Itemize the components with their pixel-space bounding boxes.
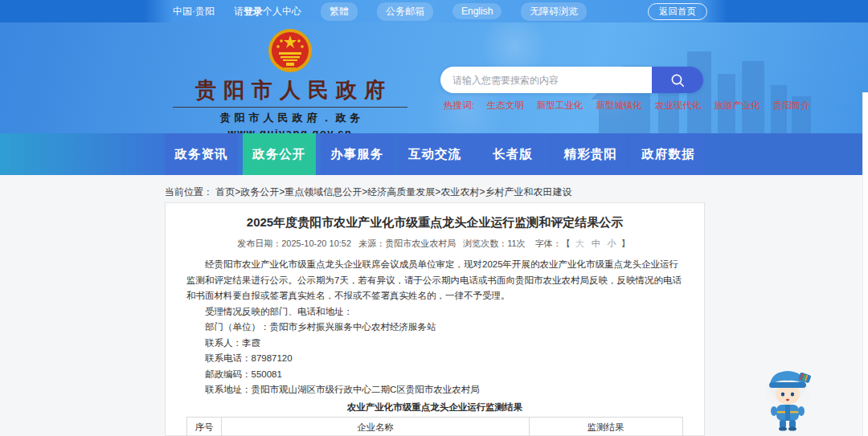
breadcrumb-label: 当前位置：	[165, 186, 213, 198]
paragraph: 部门（单位）：贵阳市乡村振兴服务中心农村经济服务站	[186, 320, 683, 336]
search-bar	[440, 67, 703, 93]
mascot-character[interactable]	[759, 364, 817, 433]
monitoring-result-table: 序号 企业名称 监测结果 1 贵州合力超市采购有限公司 合格 2 贵州友禾种业有…	[186, 417, 683, 436]
accessibility-link[interactable]: 无障碍浏览	[521, 2, 587, 21]
main-navigation: 政务资讯 政务公开 办事服务 互动交流 长者版 精彩贵阳 政府数据	[0, 133, 868, 175]
search-button[interactable]	[652, 67, 703, 93]
article-source: 来源：贵阳市农业农村局	[358, 238, 456, 248]
paragraph: 联系地址：贵阳市观山湖区市级行政中心二期C区贵阳市农业农村局	[186, 382, 683, 398]
region-link[interactable]: 中国·贵阳	[173, 5, 215, 18]
col-header-result: 监测结果	[529, 417, 682, 436]
font-size-label: 字体：【大 中 小】	[533, 238, 633, 248]
nav-tab-bsfw[interactable]: 办事服务	[321, 133, 394, 175]
scrollbar[interactable]	[862, 92, 868, 436]
search-input[interactable]	[440, 67, 652, 93]
official-mail-link[interactable]: 公务邮箱	[377, 2, 433, 21]
font-size-small-button[interactable]: 小	[608, 238, 616, 248]
top-utility-bar: 中国·贵阳 请登录个人中心 繁體 公务邮箱 English 无障碍浏览 返回首页	[0, 0, 868, 22]
col-header-company: 企业名称	[222, 417, 530, 436]
english-link[interactable]: English	[452, 3, 502, 19]
nav-tab-jcgy[interactable]: 精彩贵阳	[554, 133, 627, 175]
breadcrumb: 当前位置： 首页>政务公开>重点领域信息公开>经济高质量发展>农业农村>乡村产业…	[165, 185, 571, 199]
hot-search-label: 热搜词:	[444, 100, 474, 112]
article-card: 2025年度贵阳市农业产业化市级重点龙头企业运行监测和评定结果公示 发布日期：2…	[165, 202, 705, 436]
paragraph: 经贵阳市农业产业化市级重点龙头企业联席会议成员单位审定，现对2025年开展的农业…	[186, 257, 683, 304]
hot-term-6[interactable]: 贵阳简介	[773, 100, 810, 112]
hot-term-5[interactable]: 旅游产业化	[714, 100, 760, 112]
table-header-row: 序号 企业名称 监测结果	[187, 417, 683, 436]
site-subtitle: 贵阳市人民政府．政务	[173, 107, 407, 125]
paragraph: 邮政编码：550081	[186, 367, 683, 383]
breadcrumb-path[interactable]: 首页>政务公开>重点领域信息公开>经济高质量发展>农业农村>乡村产业和农田建设	[215, 186, 571, 198]
table-caption: 农业产业化市级重点龙头企业运行监测结果	[186, 401, 683, 414]
paragraph: 受理情况反映的部门、电话和地址：	[186, 304, 683, 320]
nav-tab-hdjl[interactable]: 互动交流	[399, 133, 472, 175]
paragraph: 联系人：李霞	[186, 336, 683, 352]
search-icon	[669, 72, 686, 88]
site-logo[interactable]: 贵阳市人民政府 贵阳市人民政府．政务 www.guiyang.gov.cn	[173, 27, 407, 139]
nav-tab-zfsj[interactable]: 政府数据	[632, 133, 705, 175]
article-title: 2025年度贵阳市农业产业化市级重点龙头企业运行监测和评定结果公示	[186, 215, 683, 230]
publish-date: 发布日期：2025-10-20 10:52	[237, 238, 351, 248]
article-meta: 发布日期：2025-10-20 10:52 来源：贵阳市农业农村局 浏览次数：1…	[186, 238, 683, 250]
back-to-home-button[interactable]: 返回首页	[648, 3, 707, 20]
hot-term-4[interactable]: 农业现代化	[655, 100, 702, 112]
view-count: 浏览次数：11次	[463, 238, 525, 248]
traditional-chinese-link[interactable]: 繁體	[321, 2, 358, 21]
national-emblem-icon	[267, 27, 313, 75]
font-size-medium-button[interactable]: 中	[592, 238, 600, 248]
hot-search-row: 热搜词: 生态文明 新型工业化 新型城镇化 农业现代化 旅游产业化 贵阳简介	[444, 100, 810, 112]
nav-tab-elder[interactable]: 长者版	[476, 133, 549, 175]
login-link[interactable]: 请登录个人中心	[234, 5, 301, 18]
hot-term-1[interactable]: 生态文明	[487, 100, 524, 112]
article-body: 经贵阳市农业产业化市级重点龙头企业联席会议成员单位审定，现对2025年开展的农业…	[186, 257, 683, 398]
site-title: 贵阳市人民政府	[173, 76, 407, 104]
nav-tab-zwgk[interactable]: 政务公开	[243, 133, 316, 175]
col-header-no: 序号	[187, 417, 222, 436]
font-size-large-button[interactable]: 大	[575, 238, 584, 248]
header-banner: 贵阳市人民政府 贵阳市人民政府．政务 www.guiyang.gov.cn 热搜…	[0, 22, 868, 133]
nav-tab-zwzx[interactable]: 政务资讯	[165, 133, 238, 175]
paragraph: 联系电话：87987120	[186, 351, 683, 367]
hot-term-3[interactable]: 新型城镇化	[596, 100, 642, 112]
hot-term-2[interactable]: 新型工业化	[537, 100, 583, 112]
page: 中国·贵阳 请登录个人中心 繁體 公务邮箱 English 无障碍浏览 返回首页	[0, 0, 868, 436]
